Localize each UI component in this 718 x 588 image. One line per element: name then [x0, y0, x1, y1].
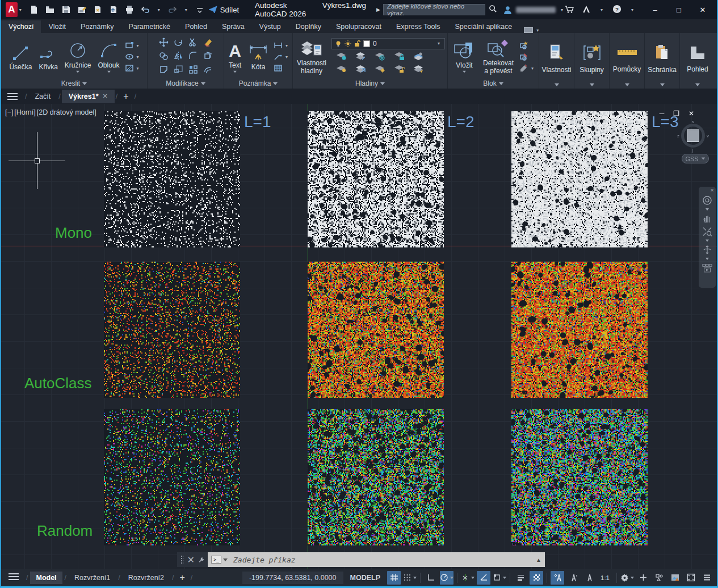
navbar-close-icon[interactable]: ✕: [710, 189, 714, 192]
explode-icon[interactable]: [203, 51, 213, 63]
autodesk-caret-icon[interactable]: ▾: [601, 7, 603, 12]
plot-icon[interactable]: [93, 5, 103, 15]
ribbon-tab-vystup[interactable]: Výstup: [252, 20, 288, 33]
panel-pomucky[interactable]: Pomůcky: [610, 33, 645, 89]
zoom-extents-icon[interactable]: [702, 226, 712, 237]
undo-caret-icon[interactable]: ▾: [158, 7, 160, 12]
layer-walk-icon[interactable]: [355, 52, 366, 63]
layer-isolate-icon[interactable]: [336, 52, 347, 63]
transparency-toggle[interactable]: [530, 571, 543, 585]
arc-flyout-icon[interactable]: [107, 71, 111, 73]
detect-convert-button[interactable]: Detekovat a převést: [481, 37, 516, 76]
viewport-controls-label[interactable]: [−] [Horní] [2D drátový model]: [5, 108, 97, 116]
circle-button[interactable]: Kružnice: [63, 40, 93, 74]
customize-qat-icon[interactable]: [195, 5, 205, 15]
workspace-gear-icon[interactable]: [620, 571, 634, 585]
fillet-icon[interactable]: [188, 51, 198, 63]
panel-label-modifikace[interactable]: Modifikace: [148, 78, 224, 89]
ribbon-tab-vychozi[interactable]: Výchozí: [1, 20, 41, 33]
panel-label-poznamka[interactable]: Poznámka: [224, 78, 292, 89]
app-logo[interactable]: A: [6, 2, 18, 17]
move-icon[interactable]: [159, 37, 169, 49]
help-caret-icon[interactable]: ▾: [631, 7, 633, 12]
app-store-cart-icon[interactable]: [565, 5, 574, 15]
drawing-canvas[interactable]: L=1 L=2 L=3 Mono AutoClass Random [−] [H…: [1, 104, 717, 569]
maximize-button[interactable]: □: [667, 1, 691, 18]
open-folder-icon[interactable]: [45, 5, 55, 15]
ucs-gss-button[interactable]: GSS: [682, 154, 709, 163]
arc-button[interactable]: Oblouk: [96, 40, 121, 74]
file-tab-start[interactable]: Začít: [28, 90, 57, 103]
panel-vlastnosti[interactable]: Vlastnosti: [539, 33, 574, 89]
copy-icon[interactable]: [159, 51, 169, 63]
layer-dropdown[interactable]: 0 ▾: [331, 38, 445, 49]
command-grip[interactable]: ✕: [177, 552, 208, 567]
array-icon[interactable]: [188, 65, 198, 77]
viewport-minimize-icon[interactable]: ─: [660, 110, 665, 117]
file-tab-close-icon[interactable]: ✕: [103, 93, 108, 100]
line-button[interactable]: Úsečka: [7, 41, 33, 72]
viewcube-south[interactable]: j: [692, 148, 693, 153]
circle-flyout-icon[interactable]: [76, 71, 79, 73]
rectangle-tool[interactable]: ▾: [125, 41, 141, 50]
pan-hand-icon[interactable]: [702, 213, 712, 224]
statusbar-customize-icon[interactable]: [700, 571, 713, 585]
ribbon-tab-doplnky[interactable]: Doplňky: [288, 20, 329, 33]
dim-linear-tool[interactable]: ▾: [274, 41, 289, 50]
polyline-button[interactable]: Křivka: [37, 41, 59, 72]
viewport-minus-control[interactable]: [−]: [5, 108, 14, 116]
trim-icon[interactable]: [188, 37, 198, 49]
redo-icon[interactable]: [167, 5, 178, 15]
text-button[interactable]: A Text: [227, 40, 243, 74]
wheel-flyout-icon[interactable]: [706, 208, 709, 211]
ribbon-tab-parametricke[interactable]: Parametrické: [121, 20, 178, 33]
command-expand-icon[interactable]: ▲: [536, 557, 541, 563]
mirror-icon[interactable]: [174, 51, 183, 63]
ortho-toggle[interactable]: [424, 571, 438, 585]
share-button[interactable]: Sdílet: [208, 5, 239, 14]
statusbar-menu-icon[interactable]: [8, 573, 19, 582]
dynamic-input-toggle[interactable]: [493, 571, 506, 585]
osnap-tracking-toggle[interactable]: [461, 571, 475, 585]
search-input[interactable]: Zadejte klíčové slovo nebo výraz.: [383, 4, 485, 15]
osnap-toggle[interactable]: [477, 571, 490, 585]
layer-dropdown-caret-icon[interactable]: ▾: [438, 41, 440, 46]
named-view-dropdown[interactable]: ▾: [524, 27, 540, 33]
ribbon-tab-specialni-aplikace[interactable]: Speciální aplikace: [448, 20, 520, 33]
table-tool[interactable]: [274, 64, 289, 73]
minimize-button[interactable]: –: [643, 1, 667, 18]
ribbon-tab-sprava[interactable]: Správa: [215, 20, 252, 33]
layer-on-off-icon[interactable]: [336, 64, 347, 75]
account-area[interactable]: ▾: [503, 5, 565, 15]
viewport-restore-icon[interactable]: ❐: [673, 110, 679, 117]
command-prompt-icon[interactable]: >_: [211, 556, 221, 564]
viewcube-face[interactable]: [687, 129, 699, 142]
ribbon-tab-pohled[interactable]: Pohled: [178, 20, 215, 33]
layer-unlock2-icon[interactable]: [394, 64, 405, 75]
command-wrench-icon[interactable]: [199, 556, 204, 564]
edit-block-tool[interactable]: [519, 52, 535, 61]
viewport-close-icon[interactable]: ✕: [688, 110, 694, 117]
save-as-icon[interactable]: [77, 5, 87, 15]
tab-rozvrzeni1[interactable]: Rozvržení1: [69, 572, 116, 584]
steering-wheel-icon[interactable]: [702, 195, 712, 205]
leader-tool[interactable]: ▾: [274, 52, 289, 61]
autoscale-toggle[interactable]: [566, 571, 580, 585]
layer-freeze-icon[interactable]: [375, 52, 385, 63]
help-icon[interactable]: ?: [612, 5, 622, 15]
panel-label-blok[interactable]: Blok: [448, 78, 539, 89]
file-tabs-menu-icon[interactable]: [1, 93, 24, 100]
command-drag-handle[interactable]: [180, 555, 183, 564]
command-input[interactable]: >_ Zadejte příkaz ▲: [208, 552, 545, 567]
model-paper-toggle[interactable]: MODELP: [346, 572, 385, 584]
panel-schranka[interactable]: Schránka: [645, 33, 680, 89]
ribbon-tab-vlozit[interactable]: Vložit: [41, 20, 73, 33]
layer-prev-icon[interactable]: [355, 64, 366, 75]
panel-skupiny[interactable]: Skupiny: [574, 33, 610, 89]
new-file-icon[interactable]: [29, 5, 39, 15]
ribbon-tab-spolupracovat[interactable]: Spolupracovat: [329, 20, 389, 33]
showmotion-icon[interactable]: [702, 263, 712, 273]
isolate-objects-icon[interactable]: [652, 571, 666, 585]
insert-block-button[interactable]: Vložit: [451, 40, 477, 74]
erase-icon[interactable]: [203, 37, 213, 49]
